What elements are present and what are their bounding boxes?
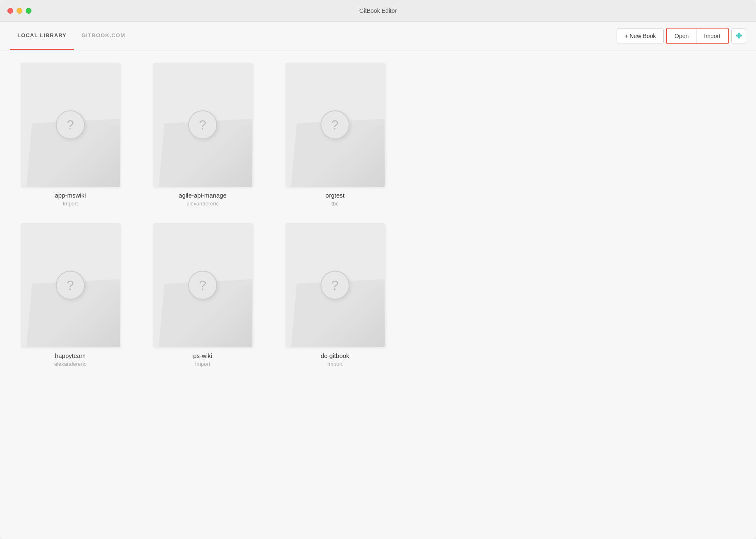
- tab-local-library[interactable]: LOCAL LIBRARY: [10, 21, 74, 50]
- book-subtitle: tbc: [331, 200, 338, 207]
- book-placeholder-icon: ?: [188, 110, 217, 139]
- book-placeholder-icon: ?: [321, 110, 349, 139]
- new-book-button[interactable]: + New Book: [617, 29, 664, 43]
- main-content[interactable]: ? app-mswiki Import ? agile-api-manage a…: [0, 50, 756, 539]
- book-subtitle: Import: [63, 200, 78, 207]
- book-title: dc-gitbook: [321, 352, 349, 359]
- plugin-icon: ✤: [736, 31, 742, 41]
- list-item[interactable]: ? ps-wiki Import: [153, 223, 252, 367]
- book-cover: ?: [285, 63, 385, 187]
- book-cover: ?: [21, 63, 120, 187]
- book-placeholder-icon: ?: [56, 110, 85, 139]
- open-button[interactable]: Open: [667, 29, 696, 43]
- toolbar: LOCAL LIBRARY GITBOOK.COM + New Book Ope…: [0, 21, 756, 50]
- book-title: agile-api-manage: [179, 192, 227, 199]
- traffic-lights: [7, 8, 31, 14]
- window-title: GitBook Editor: [359, 7, 397, 14]
- book-subtitle: alexandereric: [187, 200, 219, 207]
- book-placeholder-icon: ?: [321, 271, 349, 300]
- book-placeholder-icon: ?: [188, 271, 217, 300]
- maximize-button[interactable]: [26, 8, 31, 14]
- tab-gitbook-com[interactable]: GITBOOK.COM: [74, 21, 133, 50]
- book-cover: ?: [285, 223, 385, 347]
- book-placeholder-icon: ?: [56, 271, 85, 300]
- list-item[interactable]: ? dc-gitbook Import: [285, 223, 385, 367]
- list-item[interactable]: ? happyteam alexandereric: [21, 223, 120, 367]
- import-button[interactable]: Import: [696, 29, 728, 43]
- book-subtitle: alexandereric: [54, 361, 86, 367]
- book-title: ps-wiki: [193, 352, 212, 359]
- tab-bar: LOCAL LIBRARY GITBOOK.COM: [10, 21, 133, 50]
- book-subtitle: Import: [328, 361, 343, 367]
- toolbar-actions: + New Book Open Import ✤: [617, 28, 746, 44]
- list-item[interactable]: ? app-mswiki Import: [21, 63, 120, 207]
- book-cover: ?: [153, 63, 252, 187]
- app-window: GitBook Editor LOCAL LIBRARY GITBOOK.COM…: [0, 0, 756, 539]
- close-button[interactable]: [7, 8, 13, 14]
- book-grid: ? app-mswiki Import ? agile-api-manage a…: [17, 63, 739, 367]
- book-title: happyteam: [55, 352, 86, 359]
- book-cover: ?: [21, 223, 120, 347]
- book-subtitle: Import: [195, 361, 211, 367]
- plugin-icon-button[interactable]: ✤: [731, 29, 746, 43]
- list-item[interactable]: ? agile-api-manage alexandereric: [153, 63, 252, 207]
- titlebar: GitBook Editor: [0, 0, 756, 21]
- book-title: app-mswiki: [55, 192, 86, 199]
- open-import-group: Open Import: [666, 28, 729, 44]
- book-cover: ?: [153, 223, 252, 347]
- book-title: orgtest: [325, 192, 345, 199]
- list-item[interactable]: ? orgtest tbc: [285, 63, 385, 207]
- minimize-button[interactable]: [17, 8, 22, 14]
